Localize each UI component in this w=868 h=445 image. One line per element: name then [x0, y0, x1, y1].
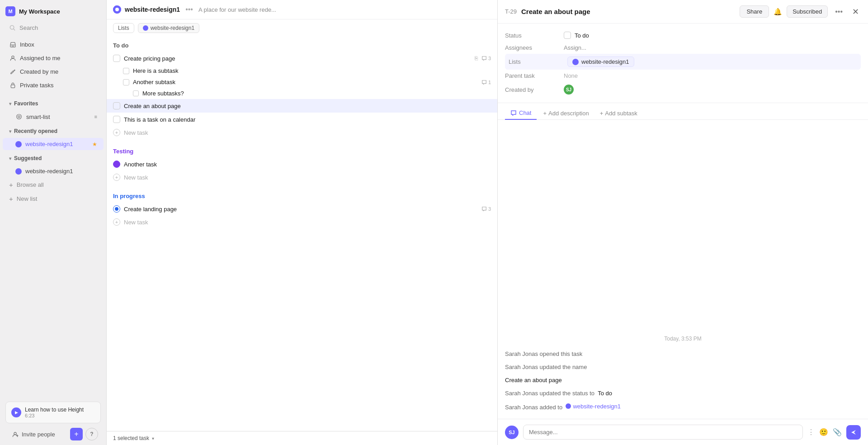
assignees-field-row: Assignees Assign... [505, 42, 861, 54]
in-progress-inner [115, 207, 118, 211]
send-button[interactable] [846, 425, 861, 440]
sidebar-item-private[interactable]: Private tasks [3, 79, 104, 91]
add-description-button[interactable]: + Add description [538, 108, 593, 119]
sidebar-item-suggested-website[interactable]: website-redesign1 [3, 165, 104, 177]
learn-time: 6:23 [25, 413, 84, 418]
task-row-landing[interactable]: Create landing page 3 [107, 202, 497, 216]
lists-field-label: Lists [509, 58, 567, 65]
detail-header: T-29 Create an about page Share 🔔 Subscr… [498, 0, 868, 24]
sidebar-item-created[interactable]: Created by me [3, 65, 104, 78]
new-task-button-todo[interactable]: + New task [107, 126, 497, 139]
learn-card[interactable]: ▶ Learn how to use Height 6:23 [5, 402, 101, 423]
browse-all-button[interactable]: + Browse all [3, 178, 104, 191]
task-row-calendar[interactable]: This is a task on a calendar [107, 113, 497, 126]
plus-circle-todo: + [113, 129, 120, 136]
header-more-button[interactable]: ••• [184, 5, 195, 14]
more-options-icon[interactable]: ⋮ [807, 428, 815, 436]
subtask-row-here-is[interactable]: Here is a subtask [107, 65, 497, 76]
task-checkbox-about[interactable] [113, 102, 120, 109]
new-list-icon: + [9, 195, 13, 203]
task-row-about-page[interactable]: Create an about page [107, 99, 497, 113]
status-checkbox[interactable] [564, 32, 571, 39]
new-task-button-testing[interactable]: + New task [107, 171, 497, 184]
task-checkbox-landing[interactable] [113, 205, 120, 213]
recently-opened-chevron-icon: ▾ [9, 129, 11, 134]
section-testing-label: Testing [113, 148, 133, 155]
breadcrumb-current-list[interactable]: website-redesign1 [138, 23, 199, 33]
inbox-label: Inbox [20, 41, 34, 48]
selected-chevron-icon[interactable]: ▾ [152, 436, 154, 441]
created-by-field-row: Created by SJ [505, 82, 861, 97]
learn-label: Learn how to use Height [25, 407, 84, 413]
task-checkbox-calendar[interactable] [113, 116, 120, 123]
share-button[interactable]: Share [740, 5, 769, 18]
chat-status-highlight: To do [598, 390, 612, 397]
created-by-avatar: SJ [564, 85, 574, 95]
tab-chat-label: Chat [519, 109, 531, 116]
chat-event-3: Sarah Jonas updated the status to To do [505, 388, 861, 398]
new-task-quick-button[interactable]: + [70, 428, 83, 440]
parent-task-field-row: Parent task None [505, 70, 861, 82]
new-task-button-inprogress[interactable]: + New task [107, 216, 497, 228]
sidebar-item-assigned[interactable]: Assigned to me [3, 52, 104, 64]
new-task-label-testing: New task [124, 174, 148, 181]
bottom-actions: Invite people + ? [4, 425, 103, 443]
search-button[interactable]: Search [5, 22, 102, 34]
svg-point-9 [115, 8, 119, 11]
workspace-header: M My Workspace [0, 0, 106, 20]
subtask-checkbox-more[interactable] [133, 90, 139, 96]
edit-icon [9, 68, 16, 75]
subtask-row-another[interactable]: Another subtask 1 [107, 76, 497, 88]
message-input[interactable] [523, 425, 803, 440]
chat-event-2: Create an about page [505, 375, 861, 385]
list-pill[interactable]: website-redesign1 [567, 57, 634, 67]
tab-chat[interactable]: Chat [505, 107, 537, 120]
play-icon: ▶ [11, 407, 21, 417]
status-field-row: Status To do [505, 29, 861, 42]
main-content: website-redesign1 ••• A place for our we… [107, 0, 497, 445]
task-row-another-task[interactable]: Another task [107, 157, 497, 171]
detail-more-button[interactable]: ••• [832, 7, 845, 17]
selected-count-label: 1 selected task [113, 435, 149, 441]
task-checkbox-pricing[interactable] [113, 55, 120, 62]
comment-count-landing: 3 [481, 206, 491, 212]
subtask-checkbox-here-is[interactable] [123, 68, 129, 74]
favorites-section[interactable]: ▾ Favorites [3, 98, 104, 109]
chat-event-3-text: Sarah Jonas updated the status to [505, 390, 596, 397]
recently-opened-section[interactable]: ▾ Recently opened [3, 125, 104, 137]
task-row-create-pricing[interactable]: Create pricing page ⎘ 3 [107, 52, 497, 65]
assigned-label: Assigned to me [20, 55, 61, 62]
subtask-checkbox-another[interactable] [123, 79, 129, 85]
close-button[interactable]: ✕ [850, 6, 861, 17]
chat-event-0-text: Sarah Jonas opened this task [505, 350, 582, 357]
add-subtask-button[interactable]: + Add subtask [595, 108, 642, 119]
new-list-button[interactable]: + New list [3, 192, 104, 205]
suggested-section[interactable]: ▾ Suggested [3, 152, 104, 164]
inbox-icon [9, 41, 16, 48]
subtask-row-more[interactable]: More subtasks? [107, 88, 497, 99]
chat-tab-icon [510, 110, 517, 116]
emoji-icon[interactable]: 🙂 [819, 428, 828, 436]
main-header: website-redesign1 ••• A place for our we… [107, 0, 497, 19]
comment-count-pricing: 3 [481, 56, 491, 61]
chat-timestamp: Today, 3:53 PM [505, 336, 861, 342]
private-label: Private tasks [20, 82, 53, 89]
invite-people-button[interactable]: Invite people [8, 428, 67, 440]
task-checkbox-another-task[interactable] [113, 161, 120, 168]
subtask-name-more: More subtasks? [142, 90, 491, 97]
assign-link[interactable]: Assign... [564, 44, 586, 51]
sidebar-item-smart-list[interactable]: smart-list ≡ [3, 110, 104, 123]
bell-icon[interactable]: 🔔 [774, 8, 782, 16]
chat-event-1-text: Sarah Jonas updated the name [505, 364, 587, 370]
section-todo-header: To do [107, 37, 497, 52]
sidebar-item-website-redesign1[interactable]: website-redesign1 ★ [3, 138, 104, 150]
attachment-icon[interactable]: 📎 [833, 428, 842, 436]
subscribed-button[interactable]: Subscribed [787, 5, 828, 18]
help-button[interactable]: ? [85, 428, 98, 440]
sidebar-item-inbox[interactable]: Inbox [3, 38, 104, 51]
add-description-label: Add description [548, 110, 589, 117]
section-testing-header: Testing [107, 142, 497, 157]
learn-text-area: Learn how to use Height 6:23 [25, 407, 84, 418]
assignees-field-label: Assignees [505, 44, 564, 51]
breadcrumb-lists[interactable]: Lists [113, 23, 134, 33]
